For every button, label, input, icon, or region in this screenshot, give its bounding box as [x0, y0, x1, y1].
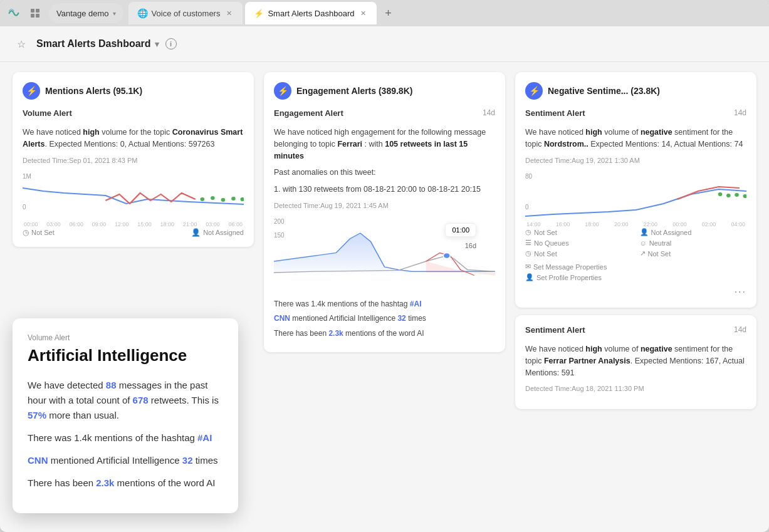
svg-point-6 — [221, 198, 226, 202]
ns-card-title: Negative Sentime... (23.8K) — [548, 86, 660, 96]
tab-bar: Vantage demo ▾ 🌐 Voice of customers ✕ ⚡ … — [0, 0, 769, 26]
mentions-chart-bottom-label: 0 — [23, 204, 26, 211]
mentions-footer-not-assigned: 👤 Not Assigned — [191, 228, 244, 237]
svg-point-5 — [211, 196, 215, 200]
mentions-card-title: Mentions Alerts (95.1K) — [45, 86, 142, 96]
negative-sentiment-column: ⚡ Negative Sentime... (23.8K) Sentiment … — [515, 72, 756, 520]
engagement-alert-text: We have noticed high engagement for the … — [274, 127, 495, 162]
mentions-mini-chart: 1M 0 — [23, 172, 244, 222]
svg-point-8 — [240, 197, 244, 201]
grid-icon[interactable] — [28, 6, 43, 21]
set-profile-props[interactable]: 👤 Set Profile Properties — [525, 273, 746, 281]
ns-alert-text: We have noticed high volume of negative … — [525, 127, 746, 150]
person-icon: 👤 — [191, 228, 201, 237]
mentions-alert-row: Volume Alert — [23, 108, 244, 122]
engagement-mini-chart: 200 150 — [274, 217, 495, 292]
svg-rect-3 — [36, 14, 39, 18]
vantage-demo-tab[interactable]: Vantage demo ▾ — [49, 3, 123, 23]
dashboard-header: ☆ Smart Alerts Dashboard ▾ i — [0, 26, 769, 62]
mentions-time-labels: 00:0003:0006:0009:0012:0015:0018:0021:00… — [23, 221, 244, 227]
dashboard-title-text: Smart Alerts Dashboard — [36, 38, 151, 50]
content-area: ☆ Smart Alerts Dashboard ▾ i ⚡ Mentions … — [0, 26, 769, 532]
popup-text-1: We have detected 88 messages in the past… — [28, 378, 223, 423]
svg-rect-2 — [31, 14, 34, 18]
add-tab-icon: + — [385, 7, 392, 20]
mentions-card: ⚡ Mentions Alerts (95.1K) Volume Alert W… — [13, 72, 254, 247]
ns-footer-not-set-2: ◷ Not Set — [525, 249, 632, 258]
clock-icon: ◷ — [23, 228, 29, 237]
smart-alerts-tab-label: Smart Alerts Dashboard — [268, 9, 354, 18]
count-32: 32 — [397, 314, 405, 323]
ns-arrow-icon: ↗ — [640, 249, 646, 258]
vantage-chevron-icon: ▾ — [113, 10, 116, 17]
popup-num-32: 32 — [182, 455, 193, 466]
set-profile-props-label: Set Profile Properties — [536, 274, 602, 281]
ns-alert2-type: Sentiment Alert — [525, 325, 585, 335]
smart-alerts-tab-icon: ⚡ — [254, 9, 264, 18]
svg-point-10 — [443, 253, 450, 259]
ns-card-header: ⚡ Negative Sentime... (23.8K) — [525, 82, 746, 100]
engagement-bullet-3: There has been 2.3k mentions of the word… — [274, 328, 495, 340]
mentions-footer-right-text: Not Assigned — [203, 229, 244, 236]
ns-card-icon: ⚡ — [525, 82, 543, 100]
ns-person-icon: 👤 — [640, 228, 649, 236]
negative-sentiment-card: ⚡ Negative Sentime... (23.8K) Sentiment … — [515, 72, 756, 308]
engagement-detected-bullet1: Detected Time:Aug 19, 2021 1:45 AM — [274, 201, 495, 211]
ns-alert2-text: We have noticed high volume of negative … — [525, 343, 746, 378]
more-options-button[interactable]: ··· — [525, 286, 746, 298]
mentions-detected-time: Detected Time:Sep 01, 2021 8:43 PM — [23, 155, 244, 166]
engagement-card: ⚡ Engagement Alerts (389.8K) Engagement … — [264, 72, 505, 352]
popup-title: Artificial Intelligence — [28, 346, 223, 365]
ns-footer-not-set-3: ↗ Not Set — [640, 249, 747, 258]
chart-tooltip-time: 01:00 — [452, 226, 469, 234]
app-logo — [5, 4, 23, 22]
message-props-icon: ✉ — [525, 263, 531, 271]
ns-clock-icon: ◷ — [525, 228, 531, 236]
popup-cnn[interactable]: CNN — [28, 455, 48, 466]
engagement-bullets: There was 1.4k mentions of the hashtag #… — [274, 298, 495, 340]
mentions-card-header: ⚡ Mentions Alerts (95.1K) — [23, 82, 244, 100]
mentions-chart-top-label: 1M — [23, 173, 31, 180]
dashboard-title: Smart Alerts Dashboard ▾ — [36, 38, 159, 50]
ns-actions: ✉ Set Message Properties 👤 Set Profile P… — [525, 263, 746, 281]
popup-pct-57: 57% — [28, 410, 46, 420]
set-message-props-label: Set Message Properties — [533, 263, 607, 271]
ns-footer-not-assigned: 👤 Not Assigned — [640, 228, 747, 236]
ns-not-set-3: Not Set — [648, 250, 671, 258]
mentions-alert-type: Volume Alert — [23, 108, 72, 118]
ns-no-queues: No Queues — [534, 239, 569, 247]
ns-alert2-detected: Detected Time:Aug 18, 2021 11:30 PM — [525, 383, 746, 394]
svg-point-15 — [743, 194, 746, 198]
mentions-footer-not-set: ◷ Not Set — [23, 228, 55, 237]
ns-footer: ◷ Not Set 👤 Not Assigned ☰ No Queues — [525, 228, 746, 258]
engagement-card-title: Engagement Alerts (389.8K) — [296, 86, 412, 96]
tab-voice-of-customers[interactable]: 🌐 Voice of customers ✕ — [128, 2, 243, 24]
cnn-link[interactable]: CNN — [274, 314, 290, 323]
add-tab-button[interactable]: + — [379, 4, 397, 22]
popup-text-4: There has been 2.3k mentions of the word… — [28, 476, 223, 491]
ns-queue-icon: ☰ — [525, 239, 531, 247]
star-button[interactable]: ☆ — [13, 35, 30, 53]
voice-tab-close-icon[interactable]: ✕ — [224, 8, 234, 18]
ns-alert-row: Sentiment Alert 14d — [525, 108, 746, 122]
ns-mini-chart: 80 0 — [525, 172, 746, 222]
ns-footer-not-set: ◷ Not Set — [525, 228, 632, 236]
engagement-alert-type: Engagement Alert — [274, 108, 343, 118]
popup-num-2-3k: 2.3k — [96, 477, 114, 488]
smart-alerts-tab-close-icon[interactable]: ✕ — [358, 8, 368, 18]
chart-tooltip: 01:00 — [445, 223, 476, 237]
svg-point-14 — [735, 193, 739, 197]
set-message-props[interactable]: ✉ Set Message Properties — [525, 263, 746, 271]
info-icon[interactable]: i — [165, 38, 177, 50]
svg-point-7 — [231, 197, 236, 201]
engagement-chart-top-label: 200 — [274, 218, 285, 225]
tab-smart-alerts[interactable]: ⚡ Smart Alerts Dashboard ✕ — [245, 2, 377, 24]
mentions-card-icon: ⚡ — [23, 82, 40, 100]
engagement-card-header: ⚡ Engagement Alerts (389.8K) — [274, 82, 495, 100]
ns-not-assigned: Not Assigned — [651, 229, 692, 236]
popup-num-88: 88 — [106, 380, 117, 390]
ns-not-set-2: Not Set — [534, 250, 557, 258]
ns-footer-no-queues: ☰ No Queues — [525, 239, 632, 247]
ns-chart-svg — [525, 182, 746, 219]
dashboard-title-chevron: ▾ — [155, 39, 159, 49]
